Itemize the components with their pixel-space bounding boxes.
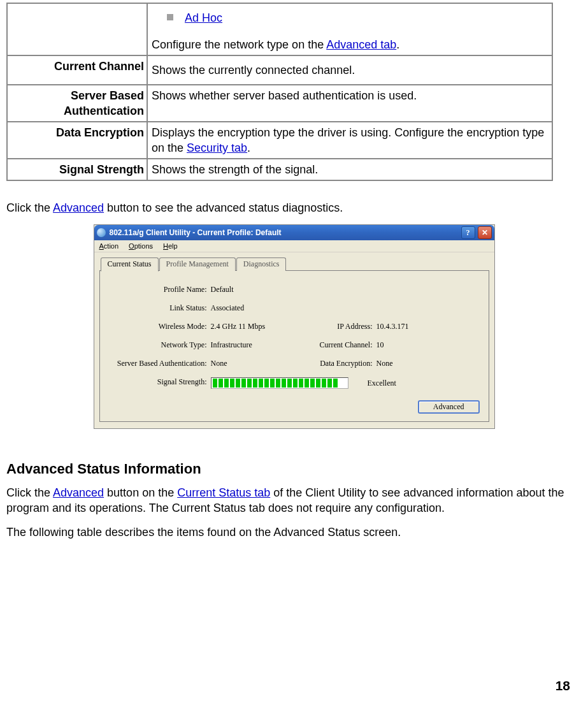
window-titlebar[interactable]: 802.11a/g Client Utility - Current Profi… (94, 225, 494, 240)
link-status-label: Link Status: (109, 303, 211, 313)
signal-strength-label: Signal Strength: (109, 377, 211, 389)
app-icon (97, 228, 106, 237)
advanced-link-2[interactable]: Advanced (53, 486, 104, 499)
p2-pre: Click the (6, 486, 53, 499)
current-status-tab-link[interactable]: Current Status tab (177, 486, 270, 499)
wireless-mode-value: 2.4 GHz 11 Mbps (211, 322, 306, 331)
advanced-paragraph: Click the Advanced button to see the adv… (6, 200, 582, 215)
signal-strength-text: Excellent (368, 379, 396, 388)
window-title: 802.11a/g Client Utility - Current Profi… (110, 228, 461, 237)
security-tab-link[interactable]: Security tab (187, 141, 247, 154)
link-status-value: Associated (211, 303, 306, 313)
server-auth-value: None (211, 359, 306, 368)
menu-options[interactable]: Options (129, 242, 153, 250)
row0-text: Configure the network type on the (152, 38, 326, 51)
network-type-value: Infrastructure (211, 340, 306, 350)
profile-name-label: Profile Name: (109, 285, 211, 294)
para1-post: button to see the advanced status diagno… (104, 201, 343, 214)
row-network-type-label (7, 3, 147, 55)
row-signal-content: Shows the strength of the signal. (147, 159, 552, 180)
row-encryption-content: Displays the encryption type the driver … (147, 122, 552, 159)
advanced-status-heading: Advanced Status Information (6, 461, 582, 477)
client-utility-window: 802.11a/g Client Utility - Current Profi… (94, 224, 495, 429)
status-table: Ad Hoc Configure the network type on the… (6, 3, 553, 181)
profile-name-value: Default (211, 285, 306, 294)
help-button-icon[interactable]: ? (461, 226, 475, 239)
data-encryption-value: None (376, 359, 434, 368)
row-auth-label: Server Based Authentication (7, 85, 147, 122)
row-auth-content: Shows whether server based authenticatio… (147, 85, 552, 122)
tab-current-status[interactable]: Current Status (101, 257, 159, 272)
bullet-icon (167, 14, 173, 20)
row-network-type-content: Ad Hoc Configure the network type on the… (147, 3, 552, 55)
para1-pre: Click the (6, 201, 53, 214)
p2-mid: button on the (104, 486, 177, 499)
ad-hoc-link[interactable]: Ad Hoc (185, 10, 222, 25)
tab-diagnostics[interactable]: Diagnostics (236, 257, 287, 271)
row3-suffix: . (247, 141, 250, 154)
row-current-channel-content: Shows the currently connected channel. (147, 55, 552, 85)
advanced-button[interactable]: Advanced (418, 400, 480, 414)
server-auth-label: Server Based Authentication: (109, 359, 211, 368)
wireless-mode-label: Wireless Mode: (109, 322, 211, 331)
advanced-tab-link[interactable]: Advanced tab (326, 38, 396, 51)
row-encryption-label: Data Encryption (7, 122, 147, 159)
tabs: Current Status Profile Management Diagno… (99, 256, 489, 271)
close-button-icon[interactable]: ✕ (478, 226, 492, 239)
row-current-channel-label: Current Channel (7, 55, 147, 85)
advanced-status-para2: The following table describes the items … (6, 525, 582, 540)
menu-bar: Action Options Help (94, 240, 494, 252)
status-panel: Profile Name: Default Link Status: Assoc… (99, 271, 489, 422)
current-channel-label: Current Channel: (306, 340, 376, 350)
menu-action[interactable]: Action (99, 242, 119, 250)
page-number: 18 (556, 678, 570, 693)
ip-address-label: IP Address: (306, 322, 376, 331)
row-signal-label: Signal Strength (7, 159, 147, 180)
data-encryption-label: Data Encryption: (306, 359, 376, 368)
advanced-link-1[interactable]: Advanced (53, 201, 104, 214)
network-type-label: Network Type: (109, 340, 211, 350)
tab-profile-management[interactable]: Profile Management (159, 257, 236, 271)
current-channel-value: 10 (376, 340, 434, 350)
ip-address-value: 10.4.3.171 (376, 322, 434, 331)
row0-suffix: . (396, 38, 399, 51)
advanced-status-para1: Click the Advanced button on the Current… (6, 485, 582, 516)
signal-strength-bar (211, 377, 348, 389)
menu-help[interactable]: Help (163, 242, 178, 250)
